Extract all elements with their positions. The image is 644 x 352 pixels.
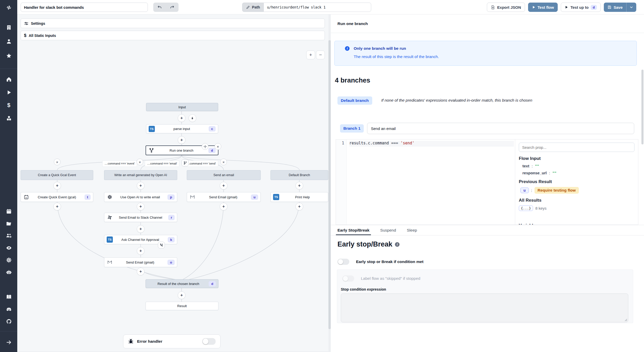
node-label: Create Quick Event (gcal)	[29, 195, 84, 199]
remove-branch-button[interactable]: ×	[137, 159, 143, 165]
search-prop-input[interactable]	[519, 143, 634, 152]
save-dropdown-button[interactable]	[626, 3, 636, 12]
flow-title-input[interactable]	[21, 3, 148, 12]
node-input[interactable]: Input	[146, 103, 218, 111]
save-button[interactable]: Save	[604, 3, 626, 12]
previous-result-row[interactable]: u : Require testing flow	[520, 187, 634, 194]
panel-scrollbar-thumb[interactable]	[641, 70, 643, 144]
runs-play-icon[interactable]	[5, 89, 12, 96]
add-step-button[interactable]: +	[137, 182, 145, 190]
branch-header-label: Create a Quick Gcal Event	[38, 173, 76, 177]
zoom-out-button[interactable]: −	[316, 51, 325, 59]
add-step-button[interactable]: +	[220, 203, 227, 210]
node-result[interactable]: Result	[146, 302, 218, 310]
branch-header-openai[interactable]: Write an email generated by Open AI	[104, 170, 177, 180]
add-step-button[interactable]: +	[137, 203, 145, 210]
node-send-email-slack[interactable]: Send Email to Slack Channel r	[104, 213, 177, 222]
test-up-to-button[interactable]: Test up to d	[561, 3, 601, 12]
undo-button[interactable]	[153, 3, 166, 12]
all-static-inputs-button[interactable]: $ All Static Inputs	[21, 31, 325, 40]
path-input[interactable]	[264, 3, 371, 12]
all-results-row[interactable]: {...} 8 keys	[519, 206, 634, 211]
node-use-openai[interactable]: Use Open AI to write email p	[104, 192, 177, 202]
node-result-of-branch[interactable]: Result of the chosen branch d	[146, 279, 218, 288]
docs-book-icon[interactable]	[5, 293, 12, 300]
user-icon[interactable]	[5, 38, 12, 45]
add-step-button[interactable]: +	[137, 268, 145, 275]
node-print-help[interactable]: TS Print Help	[270, 192, 328, 202]
branch-header-gcal[interactable]: Create a Quick Gcal Event	[21, 170, 93, 180]
workspace-building-icon[interactable]	[5, 24, 12, 31]
branch-condition-send[interactable]: ....command === 'send'	[184, 160, 218, 167]
zoom-in-button[interactable]: +	[306, 51, 315, 59]
node-send-email-gmail[interactable]: Send Email (gmail) u	[187, 192, 261, 202]
settings-gear-icon[interactable]	[5, 257, 12, 263]
github-icon[interactable]	[5, 318, 12, 325]
test-flow-button[interactable]: Test flow	[528, 3, 558, 12]
node-send-email-gmail-2[interactable]: Send Email (gmail) o	[104, 257, 177, 267]
groups-users-icon[interactable]	[5, 232, 12, 239]
windmill-logo-icon[interactable]	[5, 4, 12, 11]
step-id-badge[interactable]: u	[520, 187, 529, 193]
favorites-star-icon[interactable]	[5, 52, 12, 59]
folders-icon[interactable]	[5, 220, 12, 227]
prop-row-response-url[interactable]: response_url : ""	[522, 171, 634, 175]
add-step-button[interactable]: +	[178, 136, 185, 144]
export-json-button[interactable]: Export JSON	[487, 3, 525, 12]
delete-step-button[interactable]: ×	[215, 143, 221, 150]
remove-branch-button[interactable]: ×	[220, 159, 227, 165]
trigger-bolt-button[interactable]	[189, 114, 196, 122]
resize-handle[interactable]	[624, 318, 627, 321]
discord-icon[interactable]	[5, 306, 12, 313]
expand-arrow-icon[interactable]	[5, 339, 12, 346]
branch-header-default[interactable]: Default Branch	[270, 170, 328, 180]
early-stop-toggle[interactable]	[337, 259, 349, 265]
add-step-button[interactable]: +	[220, 182, 227, 190]
remove-branch-button[interactable]: ×	[54, 159, 61, 165]
ai-robot-icon[interactable]	[5, 269, 12, 275]
add-step-button[interactable]: +	[53, 182, 61, 190]
branch-condition-event[interactable]: ....command === 'event'	[102, 160, 137, 167]
move-step-button[interactable]	[202, 143, 208, 150]
branch-1-badge[interactable]: Branch 1	[340, 124, 364, 133]
stop-condition-textarea[interactable]	[341, 293, 628, 322]
object-braces-badge[interactable]: {...}	[519, 206, 533, 211]
variables-dollar-icon[interactable]: $	[5, 102, 12, 109]
tab-early-stop-break[interactable]: Early Stop/Break	[337, 225, 369, 235]
canvas-scrollbar[interactable]	[328, 14, 331, 352]
home-icon[interactable]	[5, 76, 12, 83]
redo-button[interactable]	[166, 3, 179, 12]
editor-code[interactable]: results.c.command === 'send'	[347, 140, 515, 225]
plus-glyph: +	[298, 183, 301, 188]
tab-suspend[interactable]: Suspend	[380, 225, 396, 235]
canvas-scrollbar-thumb[interactable]	[328, 40, 331, 329]
all-results-heading: All Results	[519, 198, 634, 203]
node-ask-approval[interactable]: TS Ask Channel for Approval k	[104, 235, 177, 244]
add-step-button[interactable]: +	[178, 114, 185, 122]
resources-cubes-icon[interactable]	[5, 115, 12, 121]
flow-settings-button[interactable]: Settings	[21, 19, 325, 28]
flow-canvas[interactable]: Settings $ All Static Inputs + − Input +…	[17, 14, 328, 352]
add-branch-button[interactable]	[182, 159, 189, 166]
default-branch-badge[interactable]: Default branch	[337, 96, 372, 105]
add-step-button[interactable]: +	[295, 182, 303, 190]
branch-summary-input[interactable]	[367, 123, 634, 134]
add-step-button[interactable]: +	[178, 291, 185, 299]
branch-condition-email[interactable]: ....command === 'email'	[145, 160, 179, 167]
error-handler-toggle[interactable]	[202, 338, 216, 345]
label-skipped-toggle[interactable]	[342, 275, 354, 282]
node-parse-input[interactable]: TS parse input c	[146, 124, 218, 133]
path-label[interactable]: Path	[242, 3, 264, 12]
prop-row-text[interactable]: text : ""	[522, 164, 634, 168]
suspend-approval-badge[interactable]	[158, 242, 165, 249]
predicate-code-editor[interactable]: 1 results.c.command === 'send'	[336, 139, 515, 225]
branch-header-send-email[interactable]: Send an email	[187, 170, 261, 180]
add-step-button[interactable]: +	[137, 247, 145, 255]
node-create-quick-event[interactable]: 31 Create Quick Event (gcal) t	[21, 192, 93, 202]
schedules-calendar-icon[interactable]	[5, 208, 12, 215]
add-step-button[interactable]: +	[53, 203, 61, 210]
add-step-button[interactable]: +	[295, 203, 303, 210]
tab-sleep[interactable]: Sleep	[407, 225, 417, 235]
add-step-button[interactable]: +	[137, 225, 145, 233]
audit-eye-icon[interactable]	[5, 244, 12, 251]
